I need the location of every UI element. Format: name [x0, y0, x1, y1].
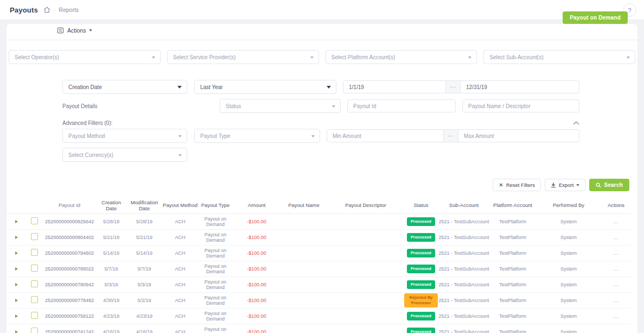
cell-platform-account: TestPlatform [489, 235, 536, 240]
breadcrumb-separator: · [54, 7, 55, 13]
download-icon [551, 182, 556, 188]
home-icon[interactable] [43, 7, 54, 13]
collapse-chevron-up-icon[interactable] [573, 121, 579, 125]
cell-creation-date: 4/23/19 [97, 313, 126, 319]
payout-name-input[interactable] [462, 99, 579, 112]
max-amount-input[interactable] [458, 129, 579, 142]
row-checkbox[interactable] [31, 280, 38, 287]
search-label: Search [604, 182, 623, 188]
row-checkbox[interactable] [31, 312, 38, 319]
payout-on-demand-button[interactable]: Payout on Demand [563, 11, 628, 24]
breadcrumb: · Reports [43, 7, 79, 13]
breadcrumb-item-reports[interactable]: Reports [59, 7, 79, 13]
cell-modification-date: 5/28/19 [126, 219, 163, 224]
actions-dropdown[interactable]: Actions [57, 27, 92, 34]
cell-creation-date: 4/30/19 [97, 298, 126, 303]
row-expand-arrow[interactable] [15, 267, 18, 271]
cell-creation-date: 5/14/19 [97, 250, 126, 256]
cell-amount: -$100.00 [233, 298, 280, 303]
row-expand-arrow[interactable] [15, 299, 18, 302]
row-checkbox[interactable] [31, 217, 38, 224]
cell-payout-id: 252000000000794602 [42, 250, 97, 256]
row-actions-button[interactable]: ... [601, 329, 631, 333]
filter-grid: Creation Date Last Year --- Payout Detai… [62, 80, 579, 162]
export-button[interactable]: Export [545, 179, 585, 191]
date-field-select[interactable]: Creation Date [62, 80, 187, 94]
row-expand-arrow[interactable] [15, 283, 18, 286]
search-button[interactable]: Search [589, 179, 629, 191]
row-checkbox[interactable] [31, 265, 38, 272]
cell-payout-method: ACH [163, 313, 197, 319]
header-platform-account: Platform Account [489, 203, 536, 209]
row-checkbox[interactable] [31, 249, 38, 256]
date-filter-row: Creation Date Last Year --- [62, 80, 579, 94]
row-expand-arrow[interactable] [15, 330, 18, 333]
row-actions-button[interactable]: ... [601, 266, 631, 272]
cell-amount: -$100.00 [233, 282, 280, 287]
cell-payout-id: 252000000000741242 [42, 329, 97, 333]
currency-select[interactable]: Select Currency(s) [62, 148, 187, 162]
sub-account-select[interactable]: Select Sub-Account(s) [483, 50, 635, 64]
table-row: 252000000000825642 5/28/19 5/28/19 ACH P… [7, 214, 631, 230]
cell-sub-account: 2521 - TestSubAccount [438, 298, 489, 303]
row-actions-button[interactable]: ... [601, 235, 631, 240]
row-actions-button[interactable]: ... [601, 250, 631, 256]
min-amount-input[interactable] [327, 129, 444, 142]
cell-modification-date: 5/3/19 [126, 282, 163, 287]
advanced-filters-header: Advanced Filters (0): [62, 120, 579, 126]
header-creation-date: Creation Date [97, 200, 126, 212]
platform-account-select[interactable]: Select Platform Account(s) [326, 50, 477, 64]
cell-payout-id: 252000000000758122 [42, 313, 97, 319]
row-expand-arrow[interactable] [15, 315, 18, 318]
service-provider-select[interactable]: Select Service Provider(s) [167, 50, 319, 64]
row-expand-arrow[interactable] [15, 252, 18, 255]
row-actions-button[interactable]: ... [601, 313, 631, 319]
search-icon [596, 183, 601, 188]
status-select[interactable]: Status [220, 99, 341, 113]
payout-method-select[interactable]: Payout Method [62, 129, 187, 143]
cell-performed-by: System [536, 298, 601, 303]
panel-header: Actions Payout on Demand [7, 24, 637, 40]
row-checkbox[interactable] [31, 296, 38, 303]
cell-modification-date: 4/23/19 [126, 313, 163, 319]
cell-payout-type: Payout on Demand [197, 216, 233, 228]
reset-filters-button[interactable]: ✕ Reset Filters [493, 179, 541, 191]
row-checkbox[interactable] [31, 233, 38, 240]
status-badge: Processed [407, 328, 435, 333]
status-badge: Processed [407, 312, 435, 321]
cell-payout-id: 252000000000825642 [42, 219, 97, 224]
cell-performed-by: System [536, 235, 601, 240]
cell-performed-by: System [536, 219, 601, 224]
cell-creation-date: 5/28/19 [97, 219, 126, 224]
row-actions-button[interactable]: ... [601, 219, 631, 224]
table-row: 252000000000788022 5/7/19 5/7/19 ACH Pay… [7, 261, 631, 277]
payout-id-input[interactable] [347, 99, 456, 112]
cell-payout-method: ACH [163, 282, 197, 287]
cell-performed-by: System [536, 282, 601, 287]
row-actions-button[interactable]: ... [601, 298, 631, 303]
chevron-down-icon [311, 135, 315, 137]
cell-platform-account: TestPlatform [489, 282, 536, 287]
chevron-down-icon [627, 56, 630, 59]
cell-amount: -$100.00 [233, 219, 280, 224]
date-range-select[interactable]: Last Year [194, 80, 336, 94]
chevron-down-icon [468, 56, 471, 59]
currency-filter-row: Select Currency(s) [62, 148, 579, 162]
cell-modification-date: 5/7/19 [126, 266, 163, 272]
row-expand-arrow[interactable] [15, 220, 18, 223]
cell-payout-type: Payout on Demand [197, 311, 233, 322]
cell-payout-type: Payout on Demand [197, 248, 233, 259]
operator-select[interactable]: Select Operator(s) [9, 50, 161, 64]
payout-method-placeholder: Payout Method [68, 133, 105, 139]
date-to-input[interactable] [460, 80, 579, 93]
status-badge: Processed [407, 265, 435, 273]
row-expand-arrow[interactable] [15, 236, 18, 239]
table-row: 252000000000780942 5/3/19 5/3/19 ACH Pay… [7, 277, 631, 293]
row-actions-button[interactable]: ... [601, 282, 631, 287]
chevron-down-icon [310, 56, 314, 59]
date-from-input[interactable] [343, 80, 446, 93]
cell-payout-id: 252000000000778482 [42, 298, 97, 303]
chevron-down-icon [332, 105, 335, 108]
payout-type-select[interactable]: Payout Type [194, 129, 320, 143]
row-checkbox[interactable] [31, 328, 38, 333]
